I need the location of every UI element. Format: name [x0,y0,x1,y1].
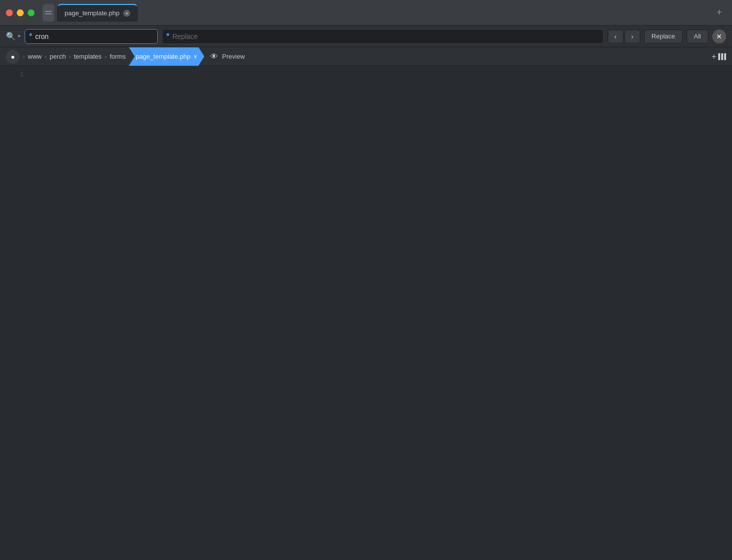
search-field-group: * [25,29,158,44]
breadcrumb-dropdown-icon[interactable]: ∨ [193,53,197,60]
breadcrumb-separator: › [69,53,71,60]
replace-all-button[interactable]: All [687,30,708,43]
eye-icon: 👁 [210,52,218,61]
tab-switcher-button[interactable] [42,4,54,22]
add-tab-button[interactable]: + [712,6,726,20]
breadcrumb-perch[interactable]: perch [50,53,66,60]
breadcrumb-forms[interactable]: forms [110,53,126,60]
search-prev-button[interactable]: ‹ [608,30,623,43]
search-chevron-icon: ▾ [18,33,21,39]
close-window-button[interactable] [6,9,13,16]
breadcrumb-extras[interactable]: + [712,52,726,61]
editor-content[interactable] [30,66,732,560]
home-icon: ● [11,53,15,61]
tab-title: page_template.php [65,9,119,17]
search-navigation: ‹ › [608,30,640,43]
search-magnify-button[interactable]: 🔍 ▾ [6,32,21,41]
line-numbers: 1 [0,66,30,560]
search-bar: 🔍 ▾ * * ‹ › Replace All ✕ [0,26,732,47]
preview-section[interactable]: 👁 Preview [210,52,245,61]
breadcrumb-www[interactable]: www [28,53,41,60]
sidebar-icon-bar [721,53,723,60]
search-regex-icon[interactable]: * [29,32,32,41]
line-number: 1 [0,70,24,80]
search-next-button[interactable]: › [624,30,640,43]
preview-label: Preview [222,53,245,60]
minimize-window-button[interactable] [17,9,24,16]
sidebar-icon-bar [724,53,726,60]
window-controls [6,9,35,16]
breadcrumb-separator: › [105,53,107,60]
active-tab[interactable]: page_template.php ● [57,4,138,22]
search-input[interactable] [35,33,153,40]
replace-button[interactable]: Replace [644,30,683,43]
breadcrumb-separator: › [23,53,25,60]
replace-field-group: * [162,29,604,44]
breadcrumb-active-label: page_template.php [136,53,190,60]
close-search-button[interactable]: ✕ [712,30,726,43]
breadcrumb-templates[interactable]: templates [74,53,102,60]
tab-switcher-line [45,11,52,12]
breadcrumb-bar: ● › www › perch › templates › forms page… [0,47,732,66]
breadcrumb-home-button[interactable]: ● [6,50,20,64]
tab-close-button[interactable]: ● [123,10,130,17]
sidebar-toggle-icon[interactable] [718,53,726,60]
search-magnify-icon: 🔍 [6,32,16,41]
editor-area: 1 [0,66,732,560]
sidebar-icon-bar [718,53,720,60]
replace-regex-icon[interactable]: * [166,32,169,41]
maximize-window-button[interactable] [28,9,35,16]
breadcrumb-separator: › [45,53,47,60]
plus-icon[interactable]: + [712,52,716,61]
breadcrumb-active-item[interactable]: page_template.php ∨ [129,47,204,66]
title-bar: page_template.php ● + [0,0,732,26]
replace-input[interactable] [172,33,599,40]
tab-switcher-line [45,13,52,14]
